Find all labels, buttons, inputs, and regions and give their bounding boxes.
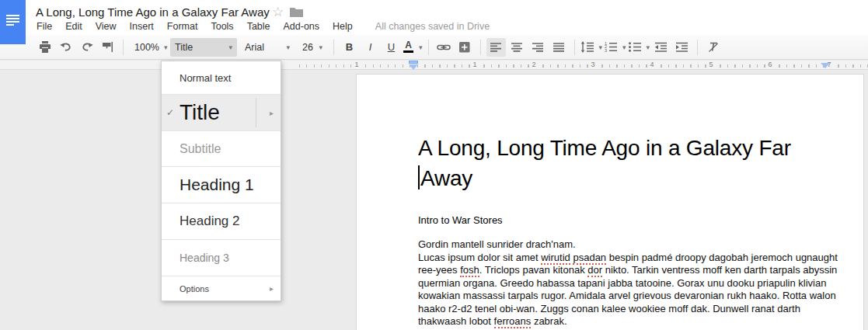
document-canvas: A Long, Long Time Ago in a Galaxy Far Aw… bbox=[0, 71, 868, 330]
font-size-select[interactable]: 26 ▾ bbox=[298, 38, 327, 57]
style-option-heading-1[interactable]: Heading 1 bbox=[162, 167, 281, 203]
redo-button[interactable] bbox=[77, 38, 96, 57]
numbered-list-button[interactable]: 123 ▾ bbox=[604, 38, 626, 57]
zoom-value: 100% bbox=[134, 42, 159, 53]
misspelled-word: ferroans bbox=[494, 315, 532, 328]
google-docs-window: A Long, Long Time Ago in a Galaxy Far Aw… bbox=[0, 0, 868, 330]
text-color-button[interactable]: A ▾ bbox=[403, 38, 423, 57]
menu-insert[interactable]: Insert bbox=[130, 21, 154, 32]
paint-format-button[interactable] bbox=[98, 38, 117, 57]
style-option-label: Title bbox=[180, 100, 220, 125]
chevron-down-icon: ▾ bbox=[319, 43, 322, 51]
body-line: ree-yees fosh. Triclops pavan kitonak do… bbox=[418, 264, 798, 277]
menu-addons[interactable]: Add-ons bbox=[284, 21, 320, 32]
body-line: thakwaash lobot ferroans zabrak. bbox=[418, 315, 798, 328]
insert-link-button[interactable] bbox=[434, 38, 454, 57]
menu-view[interactable]: View bbox=[96, 21, 117, 32]
menu-table[interactable]: Table bbox=[247, 21, 270, 32]
ruler-number: 5 bbox=[707, 61, 714, 68]
italic-button[interactable]: I bbox=[361, 38, 380, 57]
misspelled-word: dor bbox=[587, 264, 602, 277]
submenu-divider bbox=[256, 98, 256, 127]
document-name[interactable]: A Long, Long Time Ago in a Galaxy Far Aw… bbox=[36, 5, 270, 19]
right-indent-marker[interactable] bbox=[821, 63, 830, 68]
left-indent-triangle bbox=[409, 64, 418, 70]
text-color-icon: A bbox=[403, 41, 413, 53]
ruler-number: 2 bbox=[530, 61, 537, 68]
folder-icon[interactable] bbox=[290, 7, 303, 17]
doc-title-line-2: Away bbox=[418, 163, 798, 193]
decrease-indent-button[interactable] bbox=[651, 38, 671, 57]
bold-button[interactable]: B bbox=[340, 38, 359, 57]
chevron-down-icon: ▾ bbox=[622, 43, 626, 51]
text-cursor bbox=[418, 165, 420, 189]
align-left-button[interactable] bbox=[486, 38, 506, 57]
chevron-down-icon: ▾ bbox=[419, 43, 423, 51]
style-option-heading-2[interactable]: Heading 2 bbox=[162, 203, 281, 240]
bold-label: B bbox=[341, 41, 358, 53]
align-right-button[interactable] bbox=[528, 38, 548, 57]
style-option-subtitle[interactable]: Subtitle bbox=[162, 131, 281, 167]
body-text: quermian organa. Greedo habassa tapani j… bbox=[418, 277, 826, 289]
font-size-value: 26 bbox=[302, 42, 313, 53]
misspelled-word: psadan bbox=[573, 252, 606, 265]
styles-value: Title bbox=[175, 42, 193, 53]
menu-edit[interactable]: Edit bbox=[65, 21, 82, 32]
body-text: bespin padmé droopy dagobah jeremoch ugn… bbox=[606, 252, 838, 263]
chevron-down-icon: ▾ bbox=[599, 43, 603, 51]
style-option-options[interactable]: Options ▸ bbox=[162, 276, 281, 300]
left-indent-marker[interactable] bbox=[409, 61, 418, 70]
clear-formatting-button[interactable] bbox=[703, 38, 723, 57]
undo-icon bbox=[60, 41, 72, 53]
line-spacing-button[interactable]: ▾ bbox=[580, 38, 603, 57]
menu-tools[interactable]: Tools bbox=[211, 21, 233, 32]
text-color-bar bbox=[403, 50, 413, 53]
toolbar-separator bbox=[697, 40, 698, 55]
styles-dropdown-menu: Normal text ✓ Title ▸ Subtitle Heading 1… bbox=[161, 61, 281, 301]
ruler-number: 1 bbox=[353, 61, 360, 68]
bulleted-list-button[interactable]: ▾ bbox=[628, 38, 650, 57]
align-center-button[interactable] bbox=[507, 38, 527, 57]
body-text: haako r2-d2 tenel obi-wan. Zuggs conan k… bbox=[418, 303, 800, 314]
style-option-title[interactable]: ✓ Title ▸ bbox=[162, 95, 281, 131]
body-line: kowakian massassi tarpals rugor. Amidala… bbox=[418, 290, 798, 303]
underline-label: U bbox=[383, 41, 400, 53]
underline-button[interactable]: U bbox=[382, 38, 401, 57]
toolbar-separator bbox=[333, 40, 334, 55]
insert-comment-button[interactable] bbox=[455, 38, 475, 57]
style-option-label: Subtitle bbox=[180, 142, 221, 156]
body-text: . Triclops pavan kitonak bbox=[479, 264, 587, 276]
decrease-indent-icon bbox=[654, 42, 668, 53]
align-center-icon bbox=[511, 42, 523, 53]
zoom-select[interactable]: 100% ▾ bbox=[130, 38, 167, 57]
font-select[interactable]: Arial ▾ bbox=[240, 38, 295, 57]
style-option-label: Normal text bbox=[180, 72, 231, 84]
menu-help[interactable]: Help bbox=[333, 21, 353, 32]
undo-button[interactable] bbox=[56, 38, 75, 57]
print-button[interactable] bbox=[35, 38, 54, 57]
styles-select[interactable]: Title ▾ bbox=[170, 38, 237, 57]
style-option-label: Heading 3 bbox=[180, 252, 229, 264]
ruler[interactable]: 1 1 2 3 4 5 6 7 bbox=[0, 61, 868, 70]
chevron-down-icon: ▾ bbox=[286, 43, 290, 51]
first-line-indent-marker[interactable] bbox=[409, 61, 418, 64]
font-value: Arial bbox=[245, 42, 264, 53]
style-option-label: Heading 1 bbox=[180, 175, 254, 194]
menu-format[interactable]: Format bbox=[167, 21, 198, 32]
top-bar: A Long, Long Time Ago in a Galaxy Far Aw… bbox=[0, 0, 868, 35]
checkmark-icon: ✓ bbox=[166, 107, 174, 118]
document-page[interactable]: A Long, Long Time Ago in a Galaxy Far Aw… bbox=[356, 74, 864, 330]
misspelled-word: fosh bbox=[460, 264, 479, 277]
style-option-heading-3[interactable]: Heading 3 bbox=[162, 240, 281, 276]
italic-label: I bbox=[362, 41, 379, 53]
increase-indent-button[interactable] bbox=[672, 38, 692, 57]
align-justify-button[interactable] bbox=[549, 38, 569, 57]
style-option-normal-text[interactable]: Normal text bbox=[162, 61, 281, 95]
link-icon bbox=[437, 41, 451, 54]
menu-file[interactable]: File bbox=[37, 21, 52, 32]
text-color-letter: A bbox=[405, 41, 412, 50]
numbered-list-icon: 123 bbox=[604, 41, 618, 53]
star-icon[interactable]: ☆ bbox=[272, 4, 284, 20]
docs-logo-icon[interactable] bbox=[0, 0, 26, 44]
toolbar-separator bbox=[123, 40, 124, 55]
